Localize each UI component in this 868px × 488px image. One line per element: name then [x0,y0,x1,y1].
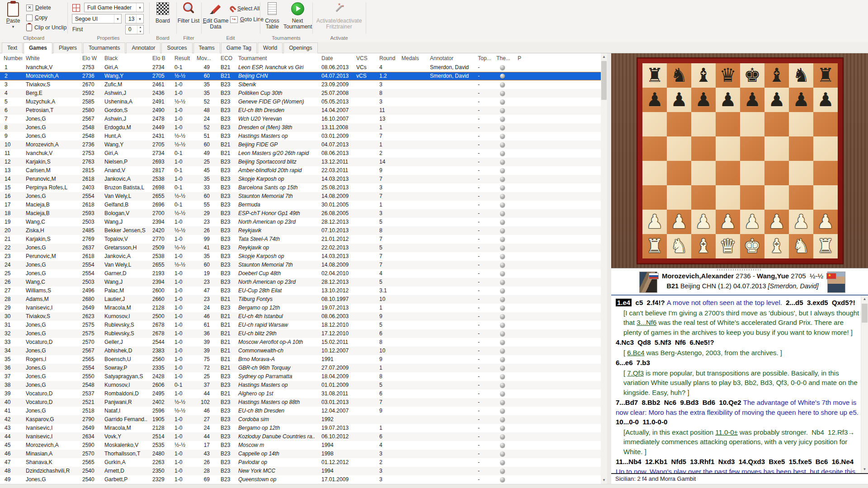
font-name-select[interactable]: Segoe UI [72,14,122,23]
game-row-48[interactable]: 48Dzindzichashvili,R2540Arnett,D23501-02… [0,467,601,475]
game-row-13[interactable]: 13Carlsen,M2815Anand,V28170-145B23Amber-… [0,166,601,175]
game-row-16[interactable]: 16Jones,G2554Van Wely,L2655½-½60B23Staun… [0,192,601,201]
board-square[interactable] [716,161,740,185]
board-square[interactable]: ♟ [740,210,764,234]
column-header-annotator[interactable]: Annotator [426,53,474,63]
game-row-42[interactable]: 42Kasparov,G2790Garrido Fernand..19051-0… [0,415,601,424]
board-square[interactable] [764,185,789,210]
board-square[interactable]: ♛ [716,234,740,258]
game-row-27[interactable]: 27Williams,S2496Palac,M26001-047B23EU-Cu… [0,286,601,295]
game-row-17[interactable]: 17Macieja,B2618Gelfand,B26960-155B23Berm… [0,201,601,209]
notation-variation[interactable]: [Actually, in this exact position 11.0-0… [616,427,859,457]
notation-mainline[interactable]: 4.Nc3 Qd8 5.Nf3 Nf6 6.Ne5!? [616,338,859,347]
tab-players[interactable]: Players [53,42,82,53]
game-row-37[interactable]: 37Jones,G2550Satyapragyan,S24281-025B23S… [0,372,601,381]
scrollbar-thumb[interactable] [601,61,607,100]
board-square[interactable] [740,185,764,210]
next-tournament-button[interactable]: Next Tournament [283,1,311,30]
copy-button[interactable]: Copy [26,13,47,22]
delete-button[interactable]: Delete [26,3,51,12]
spinner-arrows-icon[interactable] [137,25,143,34]
white-king-piece[interactable]: ♚ [744,237,761,256]
board-square[interactable]: ♟ [813,210,838,234]
board-square[interactable]: ♟ [789,210,813,234]
tab-sources[interactable]: Sources [161,42,192,53]
comment-text[interactable]: is more popular, but transpositions are … [623,369,859,396]
board-square[interactable]: ♝ [764,63,789,88]
game-row-25[interactable]: 25Jones,G2554Garner,D21931-019B23Doeberl… [0,269,601,278]
black-bishop-piece[interactable]: ♝ [695,66,712,85]
black-pawn-piece[interactable]: ♟ [768,90,785,109]
board-square[interactable] [764,161,789,185]
board-square[interactable]: ♚ [740,63,764,88]
scroll-down-icon[interactable] [601,477,607,484]
notation-mainline[interactable]: 11...Nb4 12.Kb1 Nfd5 13.Rhf1 Nxd3 14.Qxd… [616,457,859,473]
white-pawn-piece[interactable]: ♟ [768,212,785,231]
comment-text[interactable]: Up to now, Wang's play over the past few… [616,468,859,474]
notation-variation[interactable]: [I can't believe I'm giving a 2700's thi… [616,308,859,338]
game-row-49[interactable]: 49Jones,G2540Garbett,P23291-069B23Queens… [0,475,601,484]
column-header-number[interactable]: Number [0,53,22,63]
column-header-p[interactable]: P [514,53,596,63]
notation-mainline[interactable]: 7...Bd7 8.Bb2 Nc6 9.Bd3 Bd6 10.Qe2 The a… [616,398,859,427]
board-square[interactable]: ♚ [740,234,764,258]
comment-text[interactable]: 11.0-0± [715,428,738,436]
board-square[interactable]: ♟ [789,88,813,112]
column-header-result[interactable]: Result [171,53,193,63]
game-row-11[interactable]: 11Ivanchuk,V2753Giri,A27340-149B21Leon M… [0,149,601,158]
game-row-10[interactable]: 10Morozevich,A2736Wang,Y2705½-½60B21Beij… [0,141,601,149]
comment-text[interactable]: [Actually, in this exact position [623,428,715,436]
clip-or-unclip-button[interactable]: Clip or Unclip [26,23,66,32]
filter-list-button[interactable]: Filter List [177,1,200,24]
board-button[interactable]: Board [151,1,175,24]
game-row-22[interactable]: 22Jones,G2637Gretarsson,H2509½-½41B23Rey… [0,244,601,252]
board-square[interactable] [740,136,764,161]
board-square[interactable] [789,185,813,210]
black-bishop-piece[interactable]: ♝ [768,66,785,85]
black-pawn-piece[interactable]: ♟ [670,90,688,109]
board-square[interactable] [691,185,716,210]
white-pawn-piece[interactable]: ♟ [646,212,663,231]
white-pawn-piece[interactable]: ♟ [817,212,834,231]
edit-game-data-button[interactable]: Edit Game Data [203,1,229,30]
tab-tournaments[interactable]: Tournaments [83,42,125,53]
white-knight-piece[interactable]: ♞ [793,237,810,256]
board-square[interactable] [716,136,740,161]
black-pawn-piece[interactable]: ♟ [646,90,663,109]
column-header-tournament[interactable]: Tournament [235,53,318,63]
board-square[interactable] [789,112,813,136]
comment-text[interactable]: 7.Qf3 [627,369,644,377]
move-text[interactable]: 4.Nc3 Qd8 5.Nf3 Nf6 6.Ne5!? [616,338,714,346]
black-pawn-piece[interactable]: ♟ [744,90,761,109]
game-row-30[interactable]: 30Tiviakov,S2623Kurnosov,I25001-046B21EU… [0,312,601,321]
game-row-35[interactable]: 35Rogers,I2565Boensch,U25601-075B21Brno … [0,355,601,364]
white-pawn-piece[interactable]: ♟ [670,212,688,231]
board-square[interactable]: ♟ [764,88,789,112]
column-header-elo-w[interactable]: Elo W [79,53,101,63]
game-row-21[interactable]: 21Karjakin,S2769Topalov,V27701-099B23Tat… [0,235,601,244]
game-row-8[interactable]: 8Jones,G2548Erdogdu,M24491-052B23Dresden… [0,123,601,132]
game-row-18[interactable]: 18Macieja,B2593Bologan,V2700½-½29B23ESP-… [0,209,601,218]
game-row-43[interactable]: 43Ivanisevic,I2649Miracola,M21281-024B23… [0,424,601,432]
board-square[interactable] [764,136,789,161]
column-header-elo-b[interactable]: Elo B [149,53,171,63]
panel-splitter[interactable] [607,53,611,484]
white-pawn-piece[interactable]: ♟ [744,212,761,231]
black-king-piece[interactable]: ♚ [744,66,761,85]
goto-line-button[interactable]: Goto Line [230,15,264,24]
board-square[interactable] [691,136,716,161]
game-row-6[interactable]: 6Petrosian,T2580Gordon,S24901-048B23EU-c… [0,106,601,115]
move-text[interactable]: 6...e6 7.b3 [616,359,650,366]
comment-text[interactable]: 3...Nf6 [637,319,656,326]
comment-text[interactable]: was Berg-Astengo, 2003, from the archive… [645,349,782,357]
board-square[interactable] [691,161,716,185]
black-knight-piece[interactable]: ♞ [793,66,810,85]
notation-mainline[interactable]: 6...e6 7.b3 [616,358,859,368]
game-row-39[interactable]: 39Vocaturo,D2537Rombaldoni,D24951-044B21… [0,389,601,398]
column-header-top-[interactable]: Top... [474,53,493,63]
tab-world[interactable]: World [258,42,283,53]
board-square[interactable]: ♟ [813,88,838,112]
board-square[interactable]: ♞ [667,234,691,258]
board-square[interactable]: ♟ [716,88,740,112]
black-knight-piece[interactable]: ♞ [670,66,688,85]
